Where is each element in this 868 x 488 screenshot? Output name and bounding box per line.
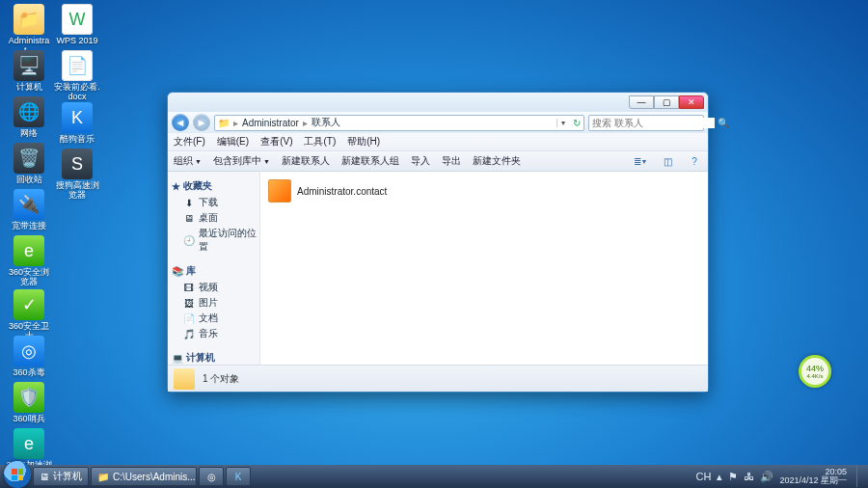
cmd-include[interactable]: 包含到库中▼ <box>213 154 270 168</box>
show-desktop-button[interactable] <box>856 466 864 487</box>
help-button[interactable]: ? <box>687 153 702 169</box>
cmd-export[interactable]: 导出 <box>442 154 461 168</box>
desktop-docx[interactable]: 📄安装前必看.docx <box>54 50 100 102</box>
explorer-window: — ▢ ✕ ◄ ► 📁 ▸ Administrator ▸ 联系人 ▾ ↻ 🔍 … <box>167 92 709 393</box>
badge-percent: 44% <box>806 364 824 373</box>
sb-videos[interactable]: 🎞视频 <box>170 280 258 295</box>
menu-view[interactable]: 查看(V) <box>260 135 292 149</box>
contact-icon <box>268 179 291 203</box>
desktop-recyclebin[interactable]: 🗑️回收站 <box>6 143 52 185</box>
badge-rate: 4.4K/s <box>806 373 823 379</box>
desktop-360browser[interactable]: e360安全浏览器 <box>6 235 52 287</box>
command-bar: 组织▼ 包含到库中▼ 新建联系人 新建联系人组 导入 导出 新建文件夹 ≣▼ ◫… <box>168 150 708 172</box>
desktop-administrator[interactable]: 📁Administrat... <box>6 4 52 56</box>
tray-network-icon[interactable]: 🖧 <box>744 471 754 482</box>
computer-icon: 💻 <box>172 353 183 364</box>
taskbar: 🖥 计算机 📁 C:\Users\Adminis... ◎ K CH ▴ ⚑ 🖧… <box>0 465 868 488</box>
tray-clock[interactable]: 20:05 2021/4/12 星期一 <box>779 468 847 485</box>
address-dropdown[interactable]: ▾ <box>556 119 569 127</box>
preview-pane-button[interactable]: ◫ <box>660 153 675 169</box>
recent-icon: 🕘 <box>183 234 195 246</box>
status-bar: 1 个对象 <box>168 365 708 392</box>
sb-favorites[interactable]: ★收藏夹 <box>172 179 258 193</box>
desktop-sogou[interactable]: S搜狗高速浏览器 <box>54 149 100 201</box>
task-app-2[interactable]: K <box>226 467 251 486</box>
view-options-button[interactable]: ≣▼ <box>633 153 648 169</box>
network-speed-badge[interactable]: 44% 4.4K/s <box>799 355 831 388</box>
desktop-wps2019[interactable]: WWPS 2019 <box>54 4 100 46</box>
task-explorer[interactable]: 📁 C:\Users\Adminis... <box>91 467 197 486</box>
desktop-broadband[interactable]: 🔌宽带连接 <box>6 189 52 231</box>
menu-edit[interactable]: 编辑(E) <box>217 135 249 149</box>
cmd-newgroup[interactable]: 新建联系人组 <box>341 154 399 168</box>
star-icon: ★ <box>172 181 180 192</box>
start-button[interactable] <box>4 461 31 488</box>
tray-expand-icon[interactable]: ▴ <box>717 471 722 483</box>
tray-lang[interactable]: CH <box>696 471 712 482</box>
address-bar[interactable]: 📁 ▸ Administrator ▸ 联系人 ▾ ↻ <box>214 115 584 131</box>
tray-flag-icon[interactable]: ⚑ <box>728 471 738 483</box>
sb-computer[interactable]: 💻计算机 <box>172 351 258 365</box>
file-item[interactable]: Administrator.contact <box>266 177 702 204</box>
search-input[interactable] <box>592 118 715 128</box>
desktop-kugou[interactable]: K酷狗音乐 <box>54 102 100 145</box>
maximize-button[interactable]: ▢ <box>654 95 679 109</box>
library-icon: 📚 <box>172 266 183 277</box>
sb-music[interactable]: 🎵音乐 <box>170 326 258 341</box>
cmd-organize[interactable]: 组织▼ <box>174 154 202 168</box>
sb-downloads[interactable]: ⬇下载 <box>170 195 258 210</box>
status-text: 1 个对象 <box>203 372 239 386</box>
picture-icon: 🖼 <box>183 297 195 309</box>
refresh-button[interactable]: ↻ <box>573 118 581 128</box>
back-button[interactable]: ◄ <box>172 114 189 131</box>
nav-sidebar: ★收藏夹 ⬇下载 🖥桌面 🕘最近访问的位置 📚库 🎞视频 🖼图片 📄文档 🎵音乐… <box>168 172 260 365</box>
file-list[interactable]: Administrator.contact <box>260 172 708 365</box>
desktop-360av[interactable]: ◎360杀毒 <box>6 336 52 378</box>
status-folder-icon <box>174 368 195 390</box>
titlebar[interactable]: — ▢ ✕ <box>168 93 708 112</box>
task-app-1[interactable]: ◎ <box>199 467 224 486</box>
menu-file[interactable]: 文件(F) <box>174 135 205 149</box>
folder-icon: 📁 <box>218 118 230 128</box>
crumb-contacts[interactable]: 联系人 <box>312 116 340 129</box>
sb-documents[interactable]: 📄文档 <box>170 311 258 326</box>
desktop-360sentry[interactable]: 🛡️360哨兵 <box>6 382 52 424</box>
desktop-360safe[interactable]: ✓360安全卫士 <box>6 289 52 341</box>
close-button[interactable]: ✕ <box>679 95 704 109</box>
menu-help[interactable]: 帮助(H) <box>347 135 380 149</box>
document-icon: 📄 <box>183 312 195 324</box>
download-icon: ⬇ <box>183 197 195 208</box>
sb-desktop[interactable]: 🖥桌面 <box>170 210 258 226</box>
sb-pictures[interactable]: 🖼图片 <box>170 295 258 311</box>
desktop-icon: 🖥 <box>183 212 195 224</box>
cmd-newcontact[interactable]: 新建联系人 <box>282 154 330 168</box>
task-computer[interactable]: 🖥 计算机 <box>33 467 89 486</box>
minimize-button[interactable]: — <box>629 95 654 109</box>
desktop-network[interactable]: 🌐网络 <box>6 96 52 139</box>
search-box[interactable]: 🔍 <box>588 115 704 131</box>
sb-recent[interactable]: 🕘最近访问的位置 <box>170 226 258 255</box>
music-icon: 🎵 <box>183 328 195 339</box>
search-icon: 🔍 <box>718 118 729 128</box>
sb-libraries[interactable]: 📚库 <box>172 264 258 278</box>
system-tray: CH ▴ ⚑ 🖧 🔊 20:05 2021/4/12 星期一 <box>696 466 864 487</box>
cmd-import[interactable]: 导入 <box>411 154 430 168</box>
forward-button[interactable]: ► <box>193 114 210 131</box>
desktop-computer[interactable]: 🖥️计算机 <box>6 50 52 93</box>
cmd-newfolder[interactable]: 新建文件夹 <box>473 154 521 168</box>
menu-tools[interactable]: 工具(T) <box>304 135 336 149</box>
tray-volume-icon[interactable]: 🔊 <box>760 471 773 483</box>
nav-bar: ◄ ► 📁 ▸ Administrator ▸ 联系人 ▾ ↻ 🔍 <box>168 112 708 133</box>
menu-bar: 文件(F) 编辑(E) 查看(V) 工具(T) 帮助(H) <box>168 133 708 150</box>
file-name: Administrator.contact <box>297 186 387 197</box>
clock-date: 2021/4/12 星期一 <box>779 476 847 485</box>
video-icon: 🎞 <box>183 282 195 293</box>
crumb-administrator[interactable]: Administrator <box>242 118 299 128</box>
